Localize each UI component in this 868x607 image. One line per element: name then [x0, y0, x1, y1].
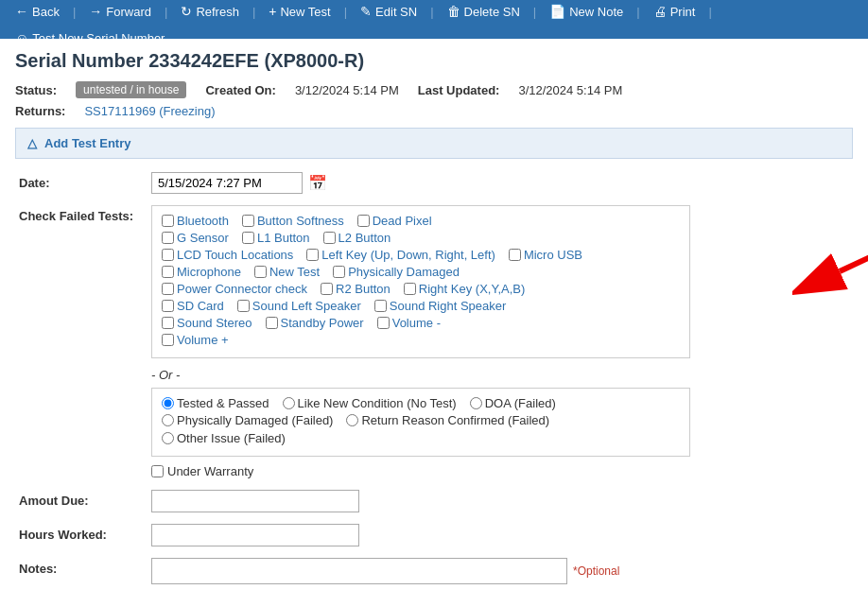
- checkbox-input[interactable]: [306, 249, 319, 261]
- notes-label: Notes:: [19, 558, 151, 576]
- radio-input[interactable]: [470, 397, 482, 409]
- checkbox-label[interactable]: Volume +: [177, 333, 229, 347]
- created-value: 3/12/2024 5:14 PM: [295, 83, 399, 97]
- checkbox-line: G SensorL1 ButtonL2 Button: [162, 231, 680, 245]
- checkbox-label[interactable]: Bluetooth: [177, 214, 229, 228]
- radio-item: Like New Condition (No Test): [283, 396, 457, 410]
- checkbox-label[interactable]: Sound Stereo: [177, 316, 252, 330]
- edit-icon: ✎: [360, 4, 372, 19]
- radio-label[interactable]: DOA (Failed): [485, 396, 556, 410]
- radio-label[interactable]: Tested & Passed: [177, 396, 269, 410]
- checkbox-input[interactable]: [323, 232, 336, 244]
- radio-input[interactable]: [283, 397, 295, 409]
- radio-input[interactable]: [162, 414, 174, 426]
- checkbox-label[interactable]: Button Softness: [257, 214, 344, 228]
- checkbox-input[interactable]: [357, 215, 370, 227]
- back-button[interactable]: ← Back: [8, 0, 67, 23]
- checkbox-input[interactable]: [162, 215, 174, 227]
- checkbox-item: Right Key (X,Y,A,B): [404, 282, 525, 296]
- date-control: 📅: [151, 172, 849, 194]
- checkbox-input[interactable]: [321, 283, 333, 295]
- checkbox-input[interactable]: [162, 283, 174, 295]
- checkbox-item: L1 Button: [242, 231, 310, 245]
- created-label: Created On:: [205, 83, 275, 97]
- checkbox-input[interactable]: [509, 249, 521, 261]
- hours-worked-control: [151, 524, 849, 546]
- checkbox-input[interactable]: [242, 232, 254, 244]
- checkbox-input[interactable]: [374, 300, 387, 312]
- new-test-button[interactable]: + New Test: [261, 0, 338, 23]
- radio-label[interactable]: Like New Condition (No Test): [298, 396, 457, 410]
- checkbox-label[interactable]: Standby Power: [281, 316, 364, 330]
- under-warranty-checkbox[interactable]: [151, 465, 164, 477]
- checkbox-label[interactable]: Sound Right Speaker: [390, 299, 507, 313]
- calendar-icon[interactable]: 📅: [308, 174, 327, 192]
- checkbox-input[interactable]: [162, 266, 174, 278]
- checkbox-input[interactable]: [254, 266, 267, 278]
- checkbox-line: SD CardSound Left SpeakerSound Right Spe…: [162, 299, 680, 313]
- checkbox-input[interactable]: [237, 300, 250, 312]
- test-new-serial-button[interactable]: ☺ Test New Serial Number: [8, 26, 172, 49]
- trash-icon: 🗑: [447, 4, 460, 19]
- radio-input[interactable]: [162, 432, 174, 444]
- checkbox-line: LCD Touch LocationsLeft Key (Up, Down, R…: [162, 248, 680, 262]
- refresh-button[interactable]: ↻ Refresh: [173, 0, 247, 23]
- under-warranty-label[interactable]: Under Warranty: [167, 464, 253, 478]
- returns-row: Returns: SS17111969 (Freezing): [15, 104, 853, 118]
- radio-item: Tested & Passed: [162, 396, 269, 410]
- radio-line: Physically Damaged (Failed)Return Reason…: [162, 413, 680, 445]
- returns-link[interactable]: SS17111969 (Freezing): [84, 104, 215, 118]
- checkbox-input[interactable]: [162, 249, 174, 261]
- checkbox-label[interactable]: L2 Button: [339, 231, 391, 245]
- delete-sn-button[interactable]: 🗑 Delete SN: [440, 0, 528, 23]
- checkbox-label[interactable]: Micro USB: [524, 248, 582, 262]
- checkbox-label[interactable]: Right Key (X,Y,A,B): [419, 282, 525, 296]
- checkbox-input[interactable]: [404, 283, 416, 295]
- checkbox-label[interactable]: G Sensor: [177, 231, 229, 245]
- checkbox-label[interactable]: R2 Button: [336, 282, 391, 296]
- radio-label[interactable]: Other Issue (Failed): [177, 431, 286, 445]
- checkbox-input[interactable]: [162, 232, 174, 244]
- checkbox-label[interactable]: Microphone: [177, 265, 241, 279]
- top-navigation: ← Back | → Forward | ↻ Refresh | + New T…: [0, 0, 868, 39]
- plus-icon: +: [269, 4, 276, 19]
- new-note-button[interactable]: 📄 New Note: [542, 0, 631, 23]
- checkbox-input[interactable]: [377, 317, 390, 329]
- checkbox-item: Standby Power: [266, 316, 364, 330]
- hours-worked-input[interactable]: [151, 524, 359, 546]
- checkbox-input[interactable]: [266, 317, 278, 329]
- checkbox-label[interactable]: LCD Touch Locations: [177, 248, 293, 262]
- edit-sn-button[interactable]: ✎ Edit SN: [353, 0, 425, 23]
- radio-label[interactable]: Physically Damaged (Failed): [177, 413, 333, 427]
- notes-control: *Optional: [151, 558, 849, 584]
- checkbox-input[interactable]: [162, 300, 174, 312]
- checkbox-label[interactable]: Sound Left Speaker: [252, 299, 361, 313]
- checkbox-input[interactable]: [162, 334, 174, 346]
- check-failed-control: BluetoothButton SoftnessDead PixelG Sens…: [151, 205, 849, 478]
- checkbox-input[interactable]: [333, 266, 345, 278]
- radio-group: Tested & PassedLike New Condition (No Te…: [151, 388, 690, 457]
- status-row: Status: untested / in house Created On: …: [15, 81, 853, 98]
- checkbox-line: Power Connector checkR2 ButtonRight Key …: [162, 282, 680, 296]
- forward-button[interactable]: → Forward: [81, 0, 159, 23]
- radio-input[interactable]: [162, 397, 174, 409]
- checkbox-item: Microphone: [162, 265, 241, 279]
- checkbox-input[interactable]: [162, 317, 174, 329]
- checkbox-label[interactable]: SD Card: [177, 299, 224, 313]
- notes-input[interactable]: [151, 558, 567, 584]
- radio-label[interactable]: Return Reason Confirmed (Failed): [361, 413, 549, 427]
- amount-due-input[interactable]: [151, 490, 359, 512]
- checkbox-label[interactable]: New Test: [269, 265, 320, 279]
- checkbox-label[interactable]: Physically Damaged: [348, 265, 460, 279]
- checkbox-label[interactable]: Power Connector check: [177, 282, 307, 296]
- checkbox-label[interactable]: L1 Button: [257, 231, 310, 245]
- checkbox-label[interactable]: Dead Pixel: [373, 214, 432, 228]
- checkbox-label[interactable]: Left Key (Up, Down, Right, Left): [321, 248, 495, 262]
- print-button[interactable]: 🖨 Print: [646, 0, 703, 23]
- checkbox-item: Power Connector check: [162, 282, 307, 296]
- add-test-entry-bar[interactable]: △ Add Test Entry: [15, 128, 853, 159]
- date-input[interactable]: [151, 172, 303, 194]
- radio-input[interactable]: [346, 414, 358, 426]
- checkbox-label[interactable]: Volume -: [392, 316, 441, 330]
- checkbox-input[interactable]: [242, 215, 254, 227]
